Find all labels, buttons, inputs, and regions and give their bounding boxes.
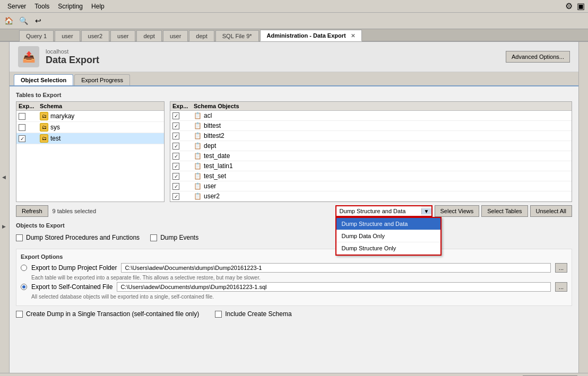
action-row: Refresh 9 tables selected Dump Structure…	[16, 205, 572, 217]
table-row[interactable]: 📋test_set	[170, 171, 572, 181]
page-title: Data Export	[46, 55, 99, 66]
schema-objects-header: Exp... Schema Objects	[170, 102, 572, 111]
tables-panel: Exp... Schema 🗂marykay 🗂sys 🗂test	[16, 101, 572, 202]
table-row[interactable]: 📋test_date	[170, 151, 572, 161]
dump-procedures-checkbox-label[interactable]: Dump Stored Procedures and Functions	[16, 234, 140, 241]
toolbar: 🏠 🔍 ↩	[0, 13, 588, 29]
table-row[interactable]: 🗂marykay	[16, 111, 164, 122]
transaction-checkbox-label[interactable]: Create Dump in a Single Transaction (sel…	[16, 310, 199, 318]
obj-checkbox-user2[interactable]	[172, 193, 179, 200]
menu-server[interactable]: Server	[3, 2, 30, 11]
export-file-path-input[interactable]	[117, 282, 550, 292]
settings-icon[interactable]: ⚙	[565, 1, 573, 11]
schema-objects-list: Exp... Schema Objects 📋acl 📋bittest 📋bit…	[170, 101, 572, 202]
dump-procedures-checkbox[interactable]	[16, 234, 23, 241]
tab-sqlfile[interactable]: SQL File 9*	[215, 30, 259, 41]
menu-tools[interactable]: Tools	[30, 2, 54, 11]
table-icon-user: 📋	[194, 182, 202, 190]
table-row[interactable]: 📋test_latin1	[170, 161, 572, 171]
export-file-radio[interactable]	[21, 284, 27, 290]
page-header-icon: 📤	[18, 46, 39, 67]
include-schema-checkbox[interactable]	[215, 311, 222, 318]
tab-user4[interactable]: user	[163, 30, 188, 41]
db-icon-marykay: 🗂	[40, 112, 48, 120]
dump-events-checkbox-label[interactable]: Dump Events	[150, 234, 198, 241]
select-views-button[interactable]: Select Views	[435, 205, 480, 217]
left-sidebar: ◀ ▶	[0, 42, 10, 373]
tab-user1[interactable]: user	[55, 30, 80, 41]
export-file-browse-button[interactable]: ...	[555, 282, 567, 292]
layout-icon[interactable]: ▣	[577, 1, 585, 11]
export-folder-label: Export to Dump Project Folder	[31, 264, 117, 272]
obj-checkbox-dept[interactable]	[172, 143, 179, 150]
objects-section-label: Objects to Export	[16, 222, 572, 229]
dump-mode-dropdown-menu: Dump Structure and Data Dump Data Only D…	[335, 217, 442, 256]
objects-section: Objects to Export Dump Stored Procedures…	[16, 222, 572, 243]
transaction-checkbox[interactable]	[16, 311, 23, 318]
bottom-options: Create Dump in a Single Transaction (sel…	[16, 310, 572, 318]
obj-checkbox-test-latin1[interactable]	[172, 163, 179, 170]
schema-checkbox-test[interactable]	[19, 135, 25, 142]
tab-dept1[interactable]: dept	[136, 30, 161, 41]
dump-events-checkbox[interactable]	[150, 234, 157, 241]
inner-tabs: Object Selection Export Progress	[10, 72, 578, 86]
unselect-all-button[interactable]: Unselect All	[530, 205, 572, 217]
tab-admin-data-export[interactable]: Administration - Data Export ✕	[260, 30, 362, 41]
table-icon-bittest: 📋	[194, 122, 202, 129]
export-folder-radio[interactable]	[21, 265, 27, 271]
tab-user3[interactable]: user	[110, 30, 135, 41]
table-row[interactable]: 🗂test	[16, 133, 164, 144]
table-row[interactable]: 📋user2	[170, 191, 572, 202]
table-row[interactable]: 🗂sys	[16, 122, 164, 133]
table-icon-test-latin1: 📋	[194, 162, 202, 170]
table-row[interactable]: 📋bittest2	[170, 131, 572, 141]
tables-selected-status: 9 tables selected	[53, 208, 97, 214]
export-options-section: Export Options Export to Dump Project Fo…	[16, 249, 572, 306]
toolbar-btn-2[interactable]: 🔍	[17, 14, 30, 27]
table-row[interactable]: 📋dept	[170, 141, 572, 151]
obj-checkbox-acl[interactable]	[172, 112, 179, 119]
obj-checkbox-bittest2[interactable]	[172, 133, 179, 139]
dropdown-arrow-icon: ▼	[421, 208, 431, 214]
table-icon-bittest2: 📋	[194, 132, 202, 139]
export-folder-path-input[interactable]	[121, 263, 550, 273]
advanced-options-button[interactable]: Advanced Options...	[506, 51, 570, 63]
schema-list: Exp... Schema 🗂marykay 🗂sys 🗂test	[16, 101, 165, 202]
table-row[interactable]: 📋bittest	[170, 121, 572, 131]
schema-checkbox-marykay[interactable]	[19, 113, 25, 120]
dump-mode-option-structure-data[interactable]: Dump Structure and Data	[336, 218, 440, 230]
toolbar-btn-1[interactable]: 🏠	[2, 14, 15, 27]
dump-mode-select[interactable]: Dump Structure and DataDump Data OnlyDum…	[336, 206, 421, 216]
menu-scripting[interactable]: Scripting	[54, 2, 87, 11]
export-folder-hint: Each table will be exported into a separ…	[21, 275, 567, 281]
page-header-subtitle: localhost	[46, 48, 99, 55]
schema-checkbox-sys[interactable]	[19, 124, 25, 131]
tab-query1[interactable]: Query 1	[19, 30, 54, 41]
table-icon-test-set: 📋	[194, 172, 202, 180]
obj-checkbox-user[interactable]	[172, 183, 179, 190]
close-icon[interactable]: ✕	[351, 33, 355, 39]
table-row[interactable]: 📋acl	[170, 111, 572, 121]
schema-list-header: Exp... Schema	[16, 102, 164, 111]
export-file-label: Export to Self-Contained File	[31, 283, 113, 291]
export-folder-browse-button[interactable]: ...	[555, 263, 567, 273]
menu-help[interactable]: Help	[87, 2, 109, 11]
page-header: 📤 localhost Data Export Advanced Options…	[10, 42, 578, 72]
refresh-button[interactable]: Refresh	[16, 205, 48, 217]
table-row[interactable]: 📋user	[170, 181, 572, 191]
tab-user2[interactable]: user2	[81, 30, 110, 41]
obj-checkbox-bittest[interactable]	[172, 123, 179, 129]
obj-checkbox-test-date[interactable]	[172, 153, 179, 160]
table-icon-user2: 📋	[194, 193, 202, 200]
toolbar-btn-3[interactable]: ↩	[32, 14, 45, 27]
tab-export-progress[interactable]: Export Progress	[74, 74, 130, 85]
select-tables-button[interactable]: Select Tables	[481, 205, 528, 217]
export-file-hint: All selected database objects will be ex…	[21, 294, 567, 300]
panel: Tables to Export Exp... Schema 🗂marykay …	[10, 86, 578, 323]
tab-object-selection[interactable]: Object Selection	[14, 74, 73, 85]
dump-mode-option-structure-only[interactable]: Dump Structure Only	[336, 242, 440, 255]
obj-checkbox-test-set[interactable]	[172, 173, 179, 180]
tab-dept2[interactable]: dept	[189, 30, 214, 41]
schema-checkbox-label[interactable]: Include Create Schema	[215, 310, 291, 318]
dump-mode-option-data-only[interactable]: Dump Data Only	[336, 230, 440, 242]
